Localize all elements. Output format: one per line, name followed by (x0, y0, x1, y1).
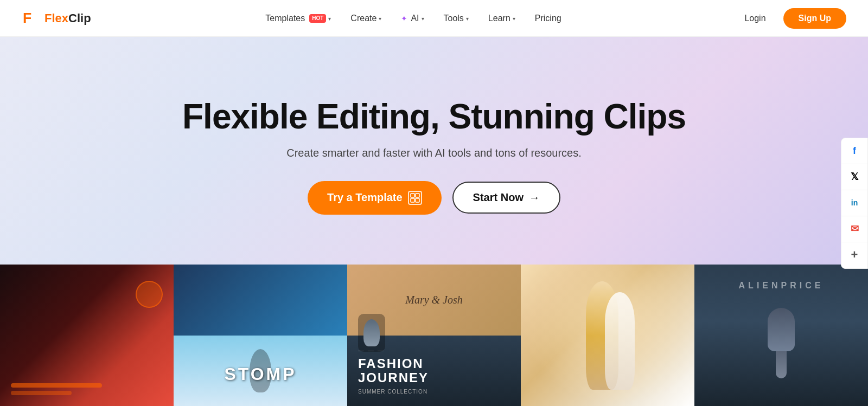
gallery-item-4[interactable] (521, 265, 694, 406)
social-sidebar: f 𝕏 in ✉ + (841, 138, 868, 269)
ai-star-icon: ✦ (401, 14, 407, 23)
hot-badge: HOT (309, 14, 326, 23)
gallery-item-2[interactable]: STOMP (174, 265, 347, 406)
svg-rect-5 (416, 198, 419, 202)
twitter-button[interactable]: 𝕏 (841, 164, 867, 190)
navbar: F FlexClip Templates HOT ▾ Create ▾ ✦ AI… (0, 0, 868, 37)
signup-button[interactable]: Sign Up (783, 8, 846, 29)
nav-item-learn[interactable]: Learn ▾ (480, 9, 524, 28)
template-gallery: STOMP Mary & Josh — — — FASHIONJOURNEY S… (0, 265, 868, 406)
nav-item-pricing[interactable]: Pricing (526, 9, 570, 28)
nav-item-templates[interactable]: Templates HOT ▾ (257, 9, 340, 28)
gallery-stomp-label: STOMP (224, 364, 296, 384)
start-now-button[interactable]: Start Now → (452, 182, 560, 214)
gallery-item-3[interactable]: Mary & Josh — — — FASHIONJOURNEY SUMMER … (347, 265, 521, 406)
svg-rect-2 (411, 194, 414, 197)
nav-center: Templates HOT ▾ Create ▾ ✦ AI ▾ Tools ▾ … (257, 9, 570, 28)
linkedin-button[interactable]: in (841, 190, 867, 216)
facebook-button[interactable]: f (841, 138, 867, 164)
logo[interactable]: F FlexClip (22, 8, 91, 29)
hero-title: Flexible Editing, Stunning Clips (182, 98, 686, 136)
hero-section: Flexible Editing, Stunning Clips Create … (0, 37, 868, 265)
svg-text:F: F (23, 9, 31, 25)
hero-buttons: Try a Template Start Now → (308, 181, 560, 215)
email-button[interactable]: ✉ (841, 216, 867, 242)
chevron-down-icon: ▾ (422, 16, 424, 22)
login-button[interactable]: Login (736, 9, 774, 28)
gallery-item-1[interactable] (0, 265, 174, 406)
arrow-icon: → (529, 191, 540, 204)
nav-right: Login Sign Up (736, 8, 846, 29)
nav-item-create[interactable]: Create ▾ (342, 9, 390, 28)
chevron-down-icon: ▾ (328, 16, 331, 22)
chevron-down-icon: ▾ (513, 16, 515, 22)
svg-rect-4 (411, 198, 414, 202)
nav-item-ai[interactable]: ✦ AI ▾ (392, 9, 432, 28)
nav-item-tools[interactable]: Tools ▾ (435, 9, 477, 28)
more-button[interactable]: + (841, 242, 867, 268)
gallery-item-5[interactable]: ALIENPRICE (694, 265, 868, 406)
template-icon (408, 191, 422, 205)
svg-rect-3 (416, 194, 419, 197)
hero-subtitle: Create smarter and faster with AI tools … (286, 147, 582, 159)
chevron-down-icon: ▾ (466, 16, 469, 22)
logo-text: FlexClip (44, 11, 91, 25)
chevron-down-icon: ▾ (379, 16, 381, 22)
try-template-button[interactable]: Try a Template (308, 181, 442, 215)
